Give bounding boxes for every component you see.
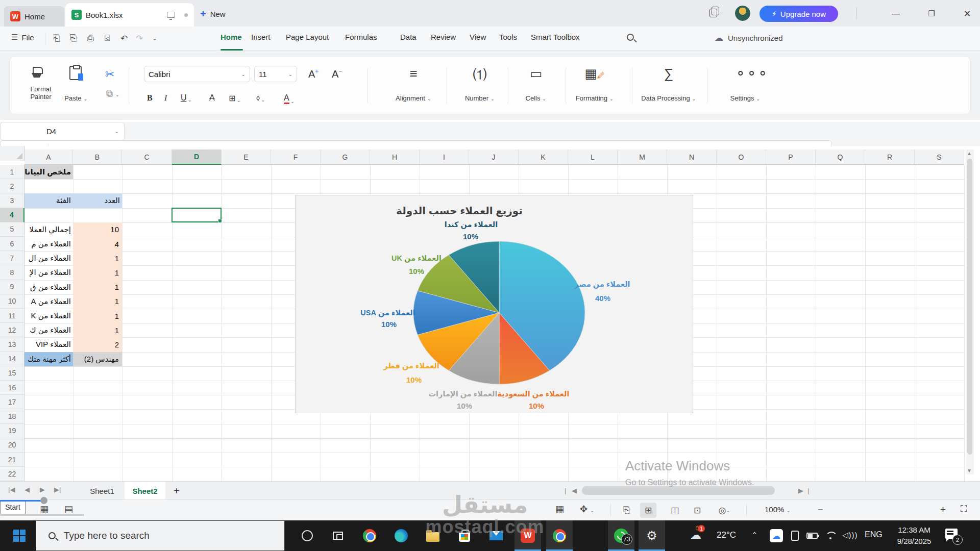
column-header-Q[interactable]: Q xyxy=(816,149,865,165)
menu-item-data[interactable]: Data xyxy=(400,33,416,41)
select-all-corner[interactable] xyxy=(0,146,24,161)
export-icon[interactable]: ⎘ xyxy=(67,32,80,45)
column-header-L[interactable]: L xyxy=(568,149,618,165)
tab-document[interactable]: S Book1.xlsx xyxy=(65,3,194,27)
cell-A14[interactable]: أكثر مهنة متك xyxy=(24,352,73,366)
font-size-select[interactable]: 11⌄ xyxy=(254,66,297,82)
temperature-label[interactable]: 22°C xyxy=(717,530,736,540)
upgrade-now-button[interactable]: ⚡ Upgrade now xyxy=(760,6,838,22)
row-header-22[interactable]: 22 xyxy=(0,467,24,481)
menu-item-tools[interactable]: Tools xyxy=(499,33,517,41)
formatting-menu[interactable]: Formatting ⌄ xyxy=(554,94,635,102)
column-header-O[interactable]: O xyxy=(717,149,766,165)
row-header-1[interactable]: 1 xyxy=(0,165,24,179)
paste-label[interactable]: Paste ⌄ xyxy=(60,94,92,102)
cell-B6[interactable]: 4 xyxy=(73,237,122,251)
cell-A12[interactable]: العملاء من ك xyxy=(24,323,73,337)
store-icon[interactable] xyxy=(451,520,478,551)
cell-A8[interactable]: العملاء من الإ xyxy=(24,265,73,280)
column-header-G[interactable]: G xyxy=(321,149,370,165)
format-painter-icon[interactable] xyxy=(31,67,44,79)
row-header-12[interactable]: 12 xyxy=(0,323,24,337)
tray-chevron-icon[interactable]: ⌃ xyxy=(751,531,758,540)
column-header-I[interactable]: I xyxy=(420,149,469,165)
fullscreen-icon[interactable]: ⛶ xyxy=(961,504,967,514)
battery-icon[interactable] xyxy=(806,533,818,539)
column-header-A[interactable]: A xyxy=(24,149,73,165)
cell-B14[interactable]: مهندس (2) xyxy=(73,352,122,366)
search-icon[interactable] xyxy=(627,34,634,41)
taskbar-search[interactable]: Type here to search xyxy=(36,520,285,551)
menu-item-view[interactable]: View xyxy=(470,33,486,41)
zoom-level[interactable]: 100% ⌄ xyxy=(765,505,791,514)
first-sheet-icon[interactable]: |◀ xyxy=(8,486,15,493)
cell-B11[interactable]: 1 xyxy=(73,309,122,323)
cell-A7[interactable]: العملاء من ال xyxy=(24,251,73,265)
number-icon[interactable]: ⑴ xyxy=(470,66,490,84)
action-center-icon[interactable]: 2 xyxy=(945,529,958,539)
pan-icon[interactable]: ✥ ⌄ xyxy=(580,504,594,515)
maximize-button[interactable]: ❐ xyxy=(923,7,940,20)
pivot-view-icon[interactable]: ▦ xyxy=(555,504,564,515)
decrease-font-icon[interactable]: A− xyxy=(332,68,342,80)
cell-B13[interactable]: 2 xyxy=(73,337,122,352)
cell-A13[interactable]: العملاء VIP xyxy=(24,337,73,352)
menu-item-page-layout[interactable]: Page Layout xyxy=(286,33,329,41)
hscroll-right-icon[interactable]: ▶ xyxy=(798,487,803,494)
copy-icon[interactable]: ⧉ ⌄ xyxy=(106,88,119,99)
row-header-20[interactable]: 20 xyxy=(0,438,24,453)
minimize-button[interactable]: — xyxy=(887,7,904,20)
selected-cell-outline[interactable] xyxy=(172,208,222,222)
paste-icon[interactable] xyxy=(69,66,82,80)
column-header-J[interactable]: J xyxy=(469,149,519,165)
menu-item-home[interactable]: Home xyxy=(220,33,242,41)
chrome-icon[interactable] xyxy=(356,520,383,551)
file-menu[interactable]: ☰ File xyxy=(11,33,34,42)
add-sheet-button[interactable]: + xyxy=(174,485,180,497)
zoom-slider-knob[interactable] xyxy=(40,497,47,504)
cloud-drive-icon[interactable]: ☁ xyxy=(770,529,783,542)
column-header-K[interactable]: K xyxy=(519,149,568,165)
menu-item-smart-toolbox[interactable]: Smart Toolbox xyxy=(531,33,580,41)
normal-view-icon[interactable]: ⎘ xyxy=(619,503,635,518)
cell-A9[interactable]: العملاء من ق xyxy=(24,280,73,294)
cell-A6[interactable]: العملاء من م xyxy=(24,237,73,251)
column-header-R[interactable]: R xyxy=(865,149,915,165)
cell-B3[interactable]: العدد xyxy=(73,193,122,208)
formatting-icon[interactable]: ▦🖉 xyxy=(584,66,605,82)
row-header-3[interactable]: 3 xyxy=(0,193,24,208)
volume-icon[interactable]: ◁))) xyxy=(842,531,858,540)
tab-wps-home[interactable]: W Home xyxy=(4,6,64,27)
hscroll-left-icon[interactable]: ◀ xyxy=(572,487,577,494)
row-header-11[interactable]: 11 xyxy=(0,309,24,323)
row-header-9[interactable]: 9 xyxy=(0,280,24,294)
row-header-15[interactable]: 15 xyxy=(0,366,24,381)
font-name-select[interactable]: Calibri⌄ xyxy=(144,66,250,82)
language-indicator[interactable]: ENG xyxy=(865,530,883,539)
italic-button[interactable]: I xyxy=(164,93,167,103)
row-header-4[interactable]: 4 xyxy=(0,208,24,222)
menu-item-review[interactable]: Review xyxy=(431,33,456,41)
wifi-icon[interactable] xyxy=(825,532,836,540)
cells-icon[interactable]: ▭ xyxy=(526,66,546,82)
explorer-icon[interactable] xyxy=(420,520,446,551)
settings-icon[interactable]: ⚬⚬⚬ xyxy=(735,66,755,82)
cell-A10[interactable]: العملاء من A xyxy=(24,294,73,309)
alignment-icon[interactable]: ≡ xyxy=(403,66,424,82)
edge-icon[interactable] xyxy=(388,520,414,551)
cell-B12[interactable]: 1 xyxy=(73,323,122,337)
font-color-button[interactable]: A⌄ xyxy=(284,93,295,104)
mail-icon[interactable] xyxy=(483,520,509,551)
cell-B8[interactable]: 1 xyxy=(73,265,122,280)
split-view-icon[interactable]: ◫ xyxy=(667,503,683,518)
next-sheet-icon[interactable]: ▶ xyxy=(40,486,45,493)
print-preview-icon[interactable]: ⍃ xyxy=(101,32,114,45)
column-header-H[interactable]: H xyxy=(370,149,420,165)
row-header-17[interactable]: 17 xyxy=(0,395,24,409)
pie-chart[interactable]: توزيع العملاء حسب الدولة العملاء من مصر4… xyxy=(295,195,693,413)
column-header-B[interactable]: B xyxy=(73,149,122,165)
weather-icon[interactable]: ☁ 1 xyxy=(690,529,701,542)
your-phone-icon[interactable] xyxy=(791,531,799,541)
page-layout-view-icon[interactable]: ⊞ xyxy=(640,503,656,518)
menu-item-formulas[interactable]: Formulas xyxy=(345,33,377,41)
